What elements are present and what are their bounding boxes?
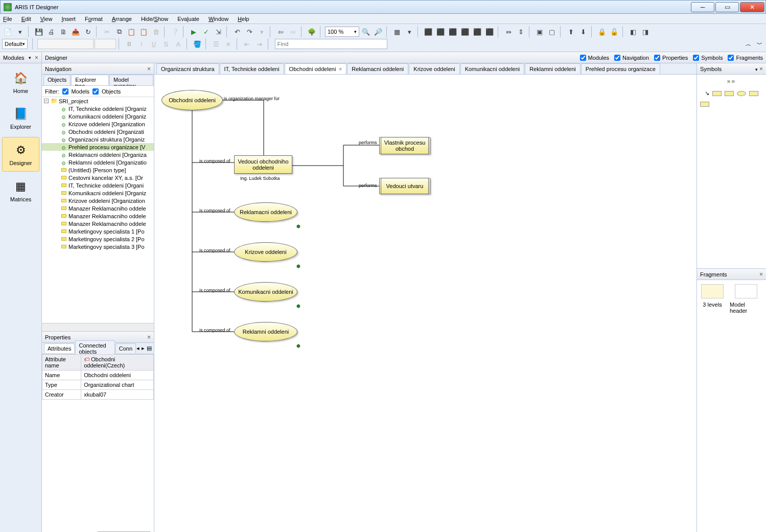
check-fragments[interactable]: Fragments (728, 55, 763, 61)
navigation-close-icon[interactable]: × (147, 65, 151, 73)
menu-file[interactable]: File (3, 16, 12, 22)
back-icon[interactable]: ⬇ (577, 26, 589, 37)
doc-tab[interactable]: Obchodni oddeleni × (285, 63, 347, 74)
check-modules[interactable]: Modules (580, 55, 610, 61)
paste-icon[interactable]: 📋 (126, 26, 137, 37)
strike-icon[interactable]: S (160, 38, 172, 50)
link-icon[interactable]: ⬢ (296, 224, 300, 229)
tree-item[interactable]: Krizove oddeleni [Organization (42, 197, 154, 204)
nav-fwd-icon[interactable]: ⇨ (287, 26, 298, 37)
node-reklamacni[interactable]: Reklamacni oddeleni (234, 202, 297, 222)
redo-icon[interactable]: ↷ (244, 26, 255, 37)
zoom-combo[interactable]: ▾ (325, 27, 359, 37)
tree-item[interactable]: Krizove oddeleni [Organization (42, 120, 154, 128)
filter-objects-checkbox[interactable] (92, 88, 99, 95)
dist-h-icon[interactable]: ⇔ (503, 26, 514, 37)
indent-right-icon[interactable]: ⇥ (254, 38, 265, 50)
menu-insert[interactable]: Insert (61, 16, 76, 22)
property-row[interactable]: NameObchodni oddeleni (42, 371, 154, 380)
menu-arrange[interactable]: Arrange (112, 16, 132, 22)
fontsize-select[interactable] (95, 39, 116, 49)
menu-evaluate[interactable]: Evaluate (177, 16, 199, 22)
align-left-icon[interactable]: ⬛ (423, 26, 434, 37)
front-icon[interactable]: ⬆ (565, 26, 576, 37)
delete-icon[interactable]: 🗑 (150, 26, 161, 37)
align-right-icon[interactable]: ⬛ (447, 26, 458, 37)
tree-icon[interactable]: 🌳 (306, 26, 317, 37)
print-icon[interactable]: 🖨 (45, 26, 57, 37)
menu-window[interactable]: Window (208, 16, 228, 22)
help-icon[interactable]: ❔ (169, 26, 180, 37)
property-row[interactable]: Creatorxkubal07 (42, 390, 154, 400)
explorer-tree[interactable]: −📁 SRI_project IT, Technicke oddeleni [O… (42, 97, 154, 323)
doc-tab[interactable]: Reklamacni oddeleni (347, 63, 408, 74)
nav-tab-objects[interactable]: Objects (43, 75, 71, 85)
check-navigation[interactable]: Navigation (614, 55, 649, 61)
menu-view[interactable]: View (40, 16, 53, 22)
link-icon[interactable]: ⬢ (296, 304, 300, 309)
zoom-input[interactable] (328, 29, 353, 35)
node-komunikacni[interactable]: Komunikacni oddeleni (234, 282, 297, 302)
module-matrices[interactable]: ▦Matrices (2, 174, 39, 207)
tree-item[interactable]: Manazer Reklamacniho oddele (42, 204, 154, 212)
tree-item[interactable]: Marketingovy specialista 1 [Po (42, 227, 154, 235)
style-select[interactable]: Default ▾ (2, 39, 28, 49)
fill-icon[interactable]: 🪣 (192, 38, 203, 50)
node-reklamni[interactable]: Reklamni oddeleni (234, 322, 297, 341)
minimize-button[interactable]: ─ (691, 2, 714, 12)
unlock-icon[interactable]: 🔓 (609, 26, 620, 37)
play-icon[interactable]: ▶ (188, 26, 199, 37)
doc-tab[interactable]: Komunikacni oddeleni (460, 63, 525, 74)
bold-icon[interactable]: B (124, 38, 135, 50)
misc2-icon[interactable]: ◨ (640, 26, 651, 37)
nav-tab-model-overview[interactable]: Model overview (109, 75, 153, 85)
link-icon[interactable]: ⬢ (296, 343, 300, 349)
tree-item[interactable]: Obchodni oddeleni [Organizati (42, 128, 154, 135)
close-button[interactable]: ✕ (740, 2, 764, 12)
doc-tab[interactable]: Reklamni oddeleni (525, 63, 581, 74)
tree-folder[interactable]: −📁 SRI_project (42, 97, 154, 105)
tree-item[interactable]: Komunikacni oddeleni [Organiz (42, 189, 154, 197)
group-icon[interactable]: ▣ (534, 26, 545, 37)
sym-rect[interactable] (725, 91, 734, 96)
save-icon[interactable]: 💾 (33, 26, 44, 37)
indent-left-icon[interactable]: ⇤ (242, 38, 253, 50)
grid-dd-icon[interactable]: ▾ (404, 26, 415, 37)
check-properties[interactable]: Properties (654, 55, 688, 61)
tree-item[interactable]: Manazer Reklamacniho oddele (42, 212, 154, 220)
property-row[interactable]: TypeOrganizational chart (42, 380, 154, 390)
doc-tab[interactable]: IT, Technicke oddeleni (220, 63, 284, 74)
dropdown-icon[interactable]: ▾ (14, 26, 26, 37)
tab-menu-icon[interactable]: ▤ (147, 345, 152, 352)
zoom-out-icon[interactable]: 🔍 (360, 26, 372, 37)
text-color-icon[interactable]: A (173, 38, 184, 50)
cut-icon[interactable]: ✂ (101, 26, 112, 37)
tree-item[interactable]: Organizacni struktura [Organiz (42, 135, 154, 143)
tree-item[interactable]: Komunikacni oddeleni [Organiz (42, 112, 154, 120)
bullets-icon[interactable]: ☰ (211, 38, 222, 50)
tab-conn[interactable]: Conn (115, 343, 136, 353)
tree-hscrollbar[interactable] (42, 323, 154, 331)
tree-item[interactable]: IT, Technicke oddeleni [Organi (42, 181, 154, 189)
maximize-button[interactable]: ▭ (715, 2, 739, 12)
nav-tab-explorer-tree[interactable]: Explorer tree (71, 75, 109, 85)
tree-item[interactable]: Reklamacni oddeleni [Organiza (42, 151, 154, 158)
fragment-model-header[interactable]: Model header (730, 284, 762, 532)
export2-icon[interactable]: ⇲ (213, 26, 224, 37)
align-center-icon[interactable]: ⬛ (435, 26, 446, 37)
sym-rect[interactable] (700, 102, 709, 107)
nav-back-icon[interactable]: ⇦ (275, 26, 286, 37)
new-icon[interactable]: 📄 (2, 26, 13, 37)
italic-icon[interactable]: I (136, 38, 147, 50)
modules-close-icon[interactable]: × (35, 54, 38, 61)
print-preview-icon[interactable]: 🗎 (58, 26, 69, 37)
find-input[interactable] (277, 41, 385, 47)
module-designer[interactable]: ⚙Designer (2, 137, 39, 172)
doc-tab[interactable]: Prehled procesu organizace (581, 63, 660, 74)
align-mid-icon[interactable]: ⬛ (472, 26, 483, 37)
undo-dd-icon[interactable]: ▾ (256, 26, 267, 37)
doc-tab[interactable]: Organizacni struktura (156, 63, 219, 74)
align-bot-icon[interactable]: ⬛ (484, 26, 495, 37)
link-icon[interactable]: ⬢ (296, 264, 300, 269)
numbers-icon[interactable]: ≡ (223, 38, 234, 50)
